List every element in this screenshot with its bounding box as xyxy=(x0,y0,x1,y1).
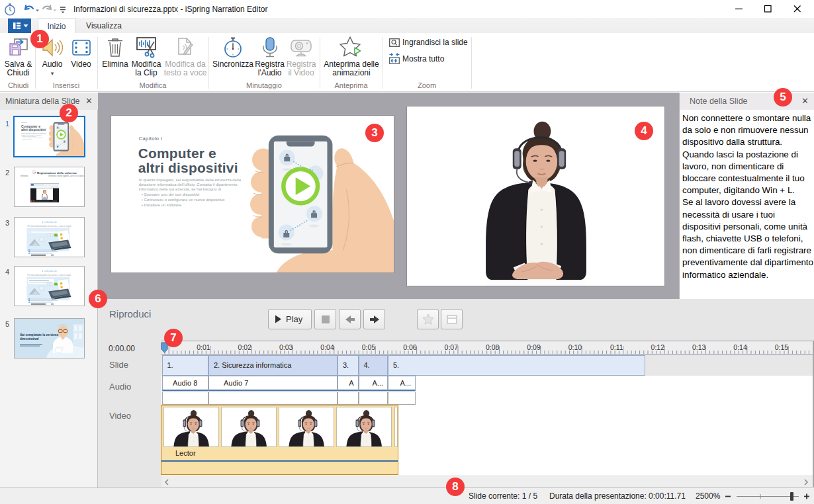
svg-text:Registrazione dello schermo: Registrazione dello schermo xyxy=(37,171,77,175)
svg-text:altri dispositivi: altri dispositivi xyxy=(138,160,238,175)
svg-text:• Spostare uno dei tuoi dis: • Spostare uno dei tuoi dispositivi xyxy=(142,192,200,196)
svg-text:Play: Play xyxy=(286,314,303,324)
svg-text:• Installare un software: • Installare un software xyxy=(142,203,182,207)
svg-text:• Connettere o configurare: • Connettere o configurare un nuovo disp… xyxy=(142,198,225,202)
svg-text:dimostrativa!: dimostrativa! xyxy=(20,337,39,341)
svg-text:Hai completato la versione: Hai completato la versione xyxy=(20,333,59,337)
svg-text:Seleziona il punto oggetto—far: Seleziona il punto oggetto—fare clic sul… xyxy=(48,175,84,177)
svg-text:dotazione informatica dell'uff: dotazione informatica dell'ufficio. Cont… xyxy=(139,183,238,187)
svg-text:● LaSindacale: ● LaSindacale xyxy=(42,221,57,224)
svg-text:In quanto impiegato, sei respo: In quanto impiegato, sei responsabile de… xyxy=(139,178,242,182)
svg-text:altri dispositivi: altri dispositivi xyxy=(21,128,46,132)
svg-text:Computer e: Computer e xyxy=(138,146,216,161)
svg-text:Per una Comunicazione via: Per una Comunicazione via con noi — tien… xyxy=(28,274,71,276)
svg-text:Capitolo I: Capitolo I xyxy=(139,136,162,142)
svg-text:Capitolo I: Capitolo I xyxy=(21,122,27,123)
svg-text:informatico della tua azienda: informatico della tua azienda, se hai bi… xyxy=(139,187,222,191)
svg-text:● LaSindacale: ● LaSindacale xyxy=(42,270,57,273)
svg-text:Computer e: Computer e xyxy=(21,124,40,128)
svg-text:Per una Comunicazione via: Per una Comunicazione via con noi — tien… xyxy=(28,225,71,228)
svg-text:Seleziona: Seleziona xyxy=(21,175,28,177)
